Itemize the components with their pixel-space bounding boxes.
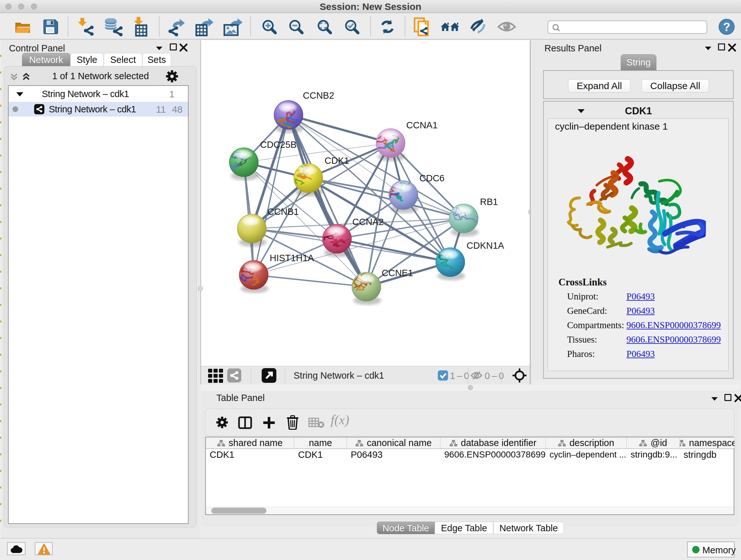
svg-text:CCNB1: CCNB1 [267, 206, 299, 217]
svg-text:CDKN1A: CDKN1A [467, 240, 504, 251]
svg-text:CCNB2: CCNB2 [303, 90, 334, 101]
svg-text:CCNA2: CCNA2 [352, 217, 384, 227]
svg-text:CDC25B: CDC25B [260, 139, 296, 150]
svg-text:CCNA1: CCNA1 [406, 120, 437, 130]
svg-text:CDC6: CDC6 [419, 173, 445, 183]
svg-text:CCNE1: CCNE1 [382, 268, 413, 278]
svg-text:CDK1: CDK1 [325, 155, 349, 166]
svg-text:RB1: RB1 [480, 197, 498, 207]
svg-text:HIST1H1A: HIST1H1A [270, 253, 314, 263]
